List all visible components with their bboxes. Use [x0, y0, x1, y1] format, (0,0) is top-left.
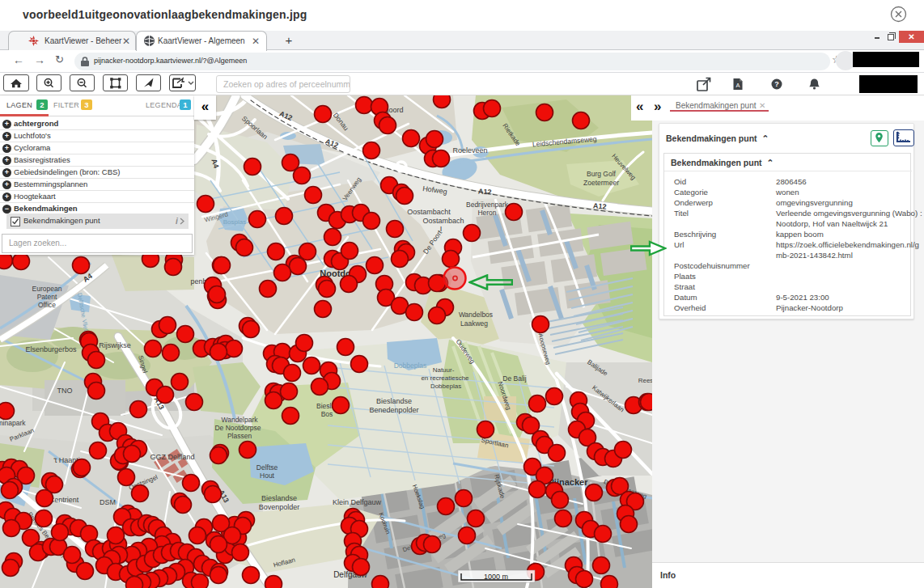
svg-text:Delftse: Delftse: [256, 463, 278, 472]
svg-text:Oostambacht: Oostambacht: [407, 208, 451, 216]
svg-text:Roeleveen: Roeleveen: [452, 146, 487, 154]
svg-text:DSM: DSM: [100, 498, 116, 506]
svg-text:minapark: minapark: [0, 419, 26, 427]
svg-text:Oostambach: Oostambach: [422, 217, 464, 225]
svg-text:Patent: Patent: [37, 293, 57, 301]
svg-text:A: A: [735, 82, 740, 89]
svg-text:Bos: Bos: [321, 410, 333, 418]
svg-text:Burg Golf: Burg Golf: [587, 170, 617, 178]
svg-text:Bovenpolder: Bovenpolder: [259, 503, 300, 511]
svg-text:Bieslandse: Bieslandse: [261, 494, 297, 502]
svg-text:De Balij: De Balij: [502, 374, 526, 383]
svg-text:A12: A12: [478, 187, 492, 196]
svg-text:1000 m: 1000 m: [484, 573, 508, 581]
svg-text:European: European: [32, 285, 62, 293]
svg-text:en recreatiesche: en recreatiesche: [421, 374, 469, 382]
svg-text:Dobbeplas: Dobbeplas: [394, 362, 427, 370]
svg-text:?: ?: [774, 80, 779, 88]
svg-text:Office: Office: [38, 301, 56, 309]
svg-text:Benedenpolder: Benedenpolder: [369, 406, 418, 414]
svg-text:Bieslandse: Bieslandse: [376, 397, 412, 405]
svg-text:A12: A12: [593, 201, 607, 210]
svg-text:Dobbeplas: Dobbeplas: [430, 383, 461, 390]
svg-text:Centrient: Centrient: [49, 496, 79, 504]
svg-text:i: i: [176, 217, 178, 226]
svg-text:Rijswijkse: Rijswijkse: [99, 341, 131, 349]
svg-text:Wandelpark: Wandelpark: [221, 416, 258, 424]
svg-text:Heron: Heron: [477, 209, 496, 217]
svg-text:Natuur-: Natuur-: [433, 366, 455, 374]
svg-text:Plassen: Plassen: [227, 432, 252, 440]
svg-text:Bosplas: Bosplas: [223, 218, 246, 226]
svg-text:Rees: Rees: [638, 377, 652, 384]
svg-text:TNO: TNO: [57, 387, 73, 395]
svg-text:Bedrijvenpark: Bedrijvenpark: [466, 201, 509, 209]
svg-text:Hout: Hout: [260, 472, 275, 480]
svg-text:Zoetermeer: Zoetermeer: [583, 179, 619, 187]
svg-text:GGZ Delfland: GGZ Delfland: [150, 453, 194, 461]
svg-text:Laakweg: Laakweg: [460, 319, 488, 328]
svg-text:Klein Delfgauw: Klein Delfgauw: [333, 498, 382, 506]
svg-text:Wandelbos: Wandelbos: [459, 311, 493, 319]
svg-text:De Nootdorpse: De Nootdorpse: [214, 424, 261, 432]
svg-text:Elsenburgerbos: Elsenburgerbos: [25, 345, 77, 353]
